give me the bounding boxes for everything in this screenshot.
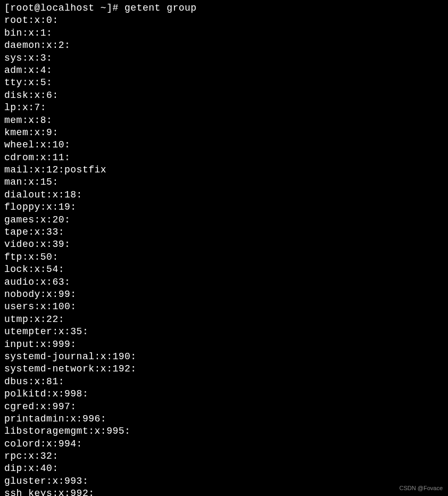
output-line: ssh_keys:x:992:	[4, 487, 444, 496]
terminal-window[interactable]: [root@localhost ~]# getent group root:x:…	[4, 2, 444, 496]
output-line: dip:x:40:	[4, 462, 444, 475]
output-line: lp:x:7:	[4, 102, 444, 114]
output-line: systemd-journal:x:190:	[4, 351, 444, 363]
output-line: systemd-network:x:192:	[4, 363, 444, 375]
output-line: games:x:20:	[4, 214, 444, 226]
output-line: audio:x:63:	[4, 276, 444, 288]
output-line: users:x:100:	[4, 301, 444, 313]
output-line: root:x:0:	[4, 14, 444, 27]
output-line: dialout:x:18:	[4, 189, 444, 201]
output-line: mail:x:12:postfix	[4, 164, 444, 176]
output-line: wheel:x:10:	[4, 139, 444, 151]
shell-prompt: [root@localhost ~]#	[4, 3, 125, 13]
output-line: kmem:x:9:	[4, 127, 444, 139]
output-line: mem:x:8:	[4, 114, 444, 127]
output-line: printadmin:x:996:	[4, 413, 444, 425]
output-line: colord:x:994:	[4, 438, 444, 450]
output-line: nobody:x:99:	[4, 288, 444, 301]
command-output: root:x:0: bin:x:1: daemon:x:2: sys:x:3: …	[4, 14, 444, 496]
output-line: polkitd:x:998:	[4, 388, 444, 400]
output-line: floppy:x:19:	[4, 201, 444, 213]
output-line: daemon:x:2:	[4, 39, 444, 52]
output-line: video:x:39:	[4, 238, 444, 251]
output-line: rpc:x:32:	[4, 450, 444, 462]
output-line: adm:x:4:	[4, 64, 444, 77]
output-line: gluster:x:993:	[4, 475, 444, 487]
output-line: cdrom:x:11:	[4, 152, 444, 164]
output-line: libstoragemgmt:x:995:	[4, 425, 444, 437]
output-line: tape:x:33:	[4, 226, 444, 238]
output-line: cgred:x:997:	[4, 401, 444, 413]
output-line: dbus:x:81:	[4, 376, 444, 388]
output-line: man:x:15:	[4, 176, 444, 188]
output-line: lock:x:54:	[4, 263, 444, 276]
output-line: utmp:x:22:	[4, 313, 444, 326]
output-line: ftp:x:50:	[4, 251, 444, 263]
command-line: [root@localhost ~]# getent group	[4, 2, 444, 14]
output-line: bin:x:1:	[4, 27, 444, 39]
output-line: utempter:x:35:	[4, 326, 444, 338]
output-line: input:x:999:	[4, 338, 444, 351]
watermark-text: CSDN @Fovace	[400, 484, 443, 492]
output-line: disk:x:6:	[4, 89, 444, 102]
output-line: tty:x:5:	[4, 77, 444, 89]
output-line: sys:x:3:	[4, 52, 444, 64]
typed-command: getent group	[125, 3, 197, 13]
